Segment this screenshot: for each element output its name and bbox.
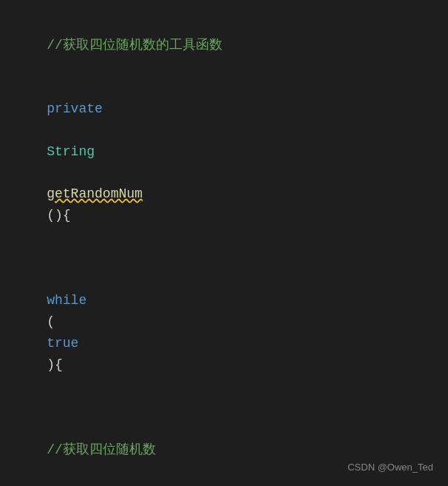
keyword-private: private [47, 101, 103, 116]
keyword-string: String [47, 144, 95, 159]
code-line-5: int num = ( int )(Math.random( [15, 482, 433, 486]
code-container: //获取四位随机数的工具函数 private String getRandomN… [0, 0, 448, 486]
keyword-while: while [47, 293, 86, 308]
code-line-3: while ( true ){ [15, 248, 433, 397]
code-line-2: private String getRandomNum (){ [15, 77, 433, 247]
code-line-1: //获取四位随机数的工具函数 [15, 13, 433, 77]
comment-1: //获取四位随机数的工具函数 [47, 38, 223, 53]
method-name: getRandomNum [47, 186, 143, 201]
comment-2: //获取四位随机数 [47, 442, 156, 457]
keyword-true: true [47, 336, 78, 351]
watermark: CSDN @Owen_Ted [347, 460, 433, 476]
